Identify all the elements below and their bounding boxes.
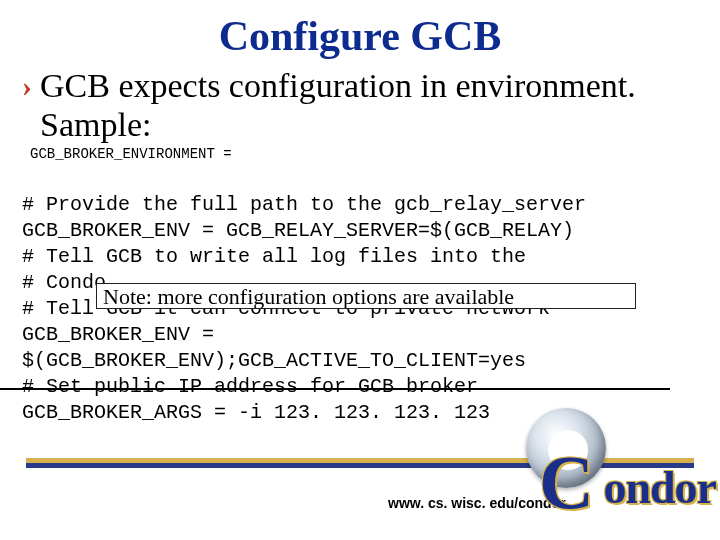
code-line: GCB_BROKER_ENV = [22, 323, 214, 346]
note-overlay: Note: more configuration options are ava… [96, 283, 636, 309]
slide: Configure GCB › GCB expects configuratio… [0, 0, 720, 540]
code-line: # Condo [22, 271, 106, 294]
bullet-text: GCB expects configuration in environment… [40, 66, 700, 144]
slide-title: Configure GCB [20, 12, 700, 60]
code-line: # Set public IP address for GCB broker [22, 375, 478, 398]
bullet-row: › GCB expects configuration in environme… [20, 66, 700, 144]
strikethrough-line [0, 388, 670, 390]
logo-text: ondor [603, 461, 716, 514]
chevron-icon: › [22, 66, 32, 106]
logo-letter-c: C [539, 439, 594, 526]
code-line: # Tell GCB to write all log files into t… [22, 245, 526, 268]
code-block: # Provide the full path to the gcb_relay… [22, 166, 700, 452]
code-line: $(GCB_BROKER_ENV);GCB_ACTIVE_TO_CLIENT=y… [22, 349, 526, 372]
env-header-line: GCB_BROKER_ENVIRONMENT = [30, 146, 700, 162]
condor-logo: C ondor [534, 414, 716, 524]
code-line: GCB_BROKER_ARGS = -i 123. 123. 123. 123 [22, 401, 490, 424]
code-line: GCB_BROKER_ENV = GCB_RELAY_SERVER=$(GCB_… [22, 219, 574, 242]
code-line: # Provide the full path to the gcb_relay… [22, 193, 586, 216]
